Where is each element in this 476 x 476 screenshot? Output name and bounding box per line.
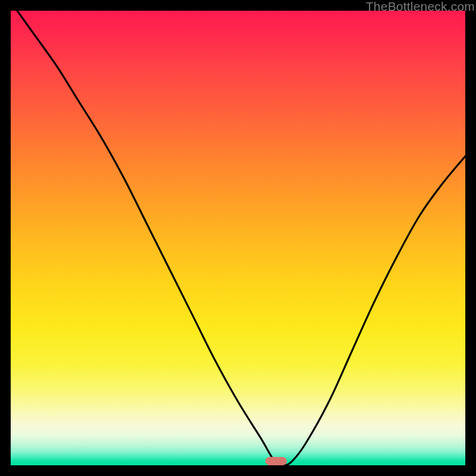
chart-frame: TheBottleneck.com xyxy=(0,0,476,476)
bottleneck-curve xyxy=(11,11,465,465)
curve-line xyxy=(11,11,465,465)
minimum-marker xyxy=(265,457,287,465)
watermark-text: TheBottleneck.com xyxy=(366,0,475,14)
plot-area xyxy=(11,11,465,465)
